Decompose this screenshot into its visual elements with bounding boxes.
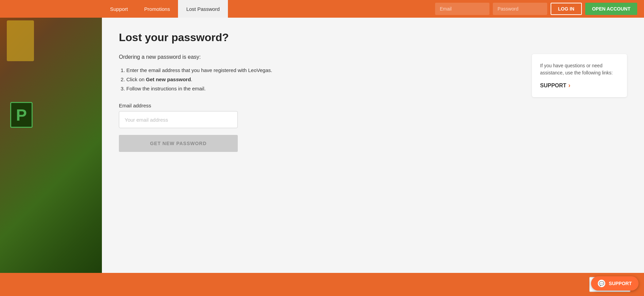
left-col: Ordering a new password is easy: Enter t…	[119, 54, 518, 152]
get-new-password-button[interactable]: GET NEW PASSWORD	[119, 135, 238, 152]
support-float-button[interactable]: SUPPORT	[591, 276, 639, 291]
support-card-description: If you have questions or need assistance…	[540, 62, 619, 76]
navbar: Support Promotions Lost Password LOG IN …	[0, 0, 644, 18]
email-input-nav[interactable]	[435, 3, 489, 15]
tab-promotions[interactable]: Promotions	[136, 0, 178, 18]
open-account-button[interactable]: OPEN ACCOUNT	[585, 3, 637, 15]
main-panel: Lost your password? Ordering a new passw…	[102, 18, 644, 273]
list-item: Follow the instructions in the email.	[126, 84, 518, 93]
nav-tabs: Support Promotions Lost Password	[102, 0, 228, 18]
support-card-link[interactable]: SUPPORT ›	[540, 82, 619, 89]
nav-right: LOG IN OPEN ACCOUNT	[435, 3, 644, 15]
email-address-input[interactable]	[119, 111, 238, 128]
content-columns: Ordering a new password is easy: Enter t…	[119, 54, 627, 152]
support-float-label: SUPPORT	[609, 281, 632, 286]
page-title: Lost your password?	[119, 31, 627, 44]
password-input-nav[interactable]	[493, 3, 547, 15]
tab-support[interactable]: Support	[102, 0, 136, 18]
instructions-header: Ordering a new password is easy:	[119, 54, 518, 60]
list-item: Click on Get new password.	[126, 75, 518, 84]
chevron-right-icon: ›	[568, 82, 570, 89]
support-card: If you have questions or need assistance…	[532, 54, 627, 97]
support-link-label: SUPPORT	[540, 83, 566, 89]
left-spacer	[0, 18, 102, 273]
login-button[interactable]: LOG IN	[551, 3, 582, 15]
instructions-list: Enter the email address that you have re…	[119, 66, 518, 93]
tab-lost-password[interactable]: Lost Password	[178, 0, 228, 18]
chat-icon	[598, 280, 605, 287]
footer-bar: CLOSE	[0, 273, 644, 296]
email-label: Email address	[119, 103, 518, 108]
right-col: If you have questions or need assistance…	[532, 54, 627, 152]
list-item: Enter the email address that you have re…	[126, 66, 518, 75]
content-area: Lost your password? Ordering a new passw…	[0, 18, 644, 273]
